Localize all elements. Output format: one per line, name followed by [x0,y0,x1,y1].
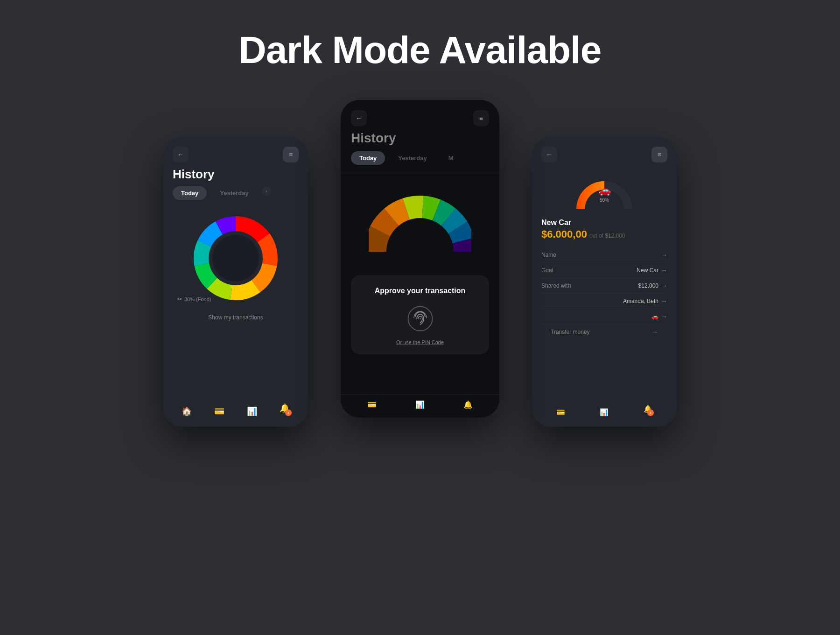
progress-label: 50% [598,198,611,203]
approve-title: Approve your transaction [360,287,480,295]
left-nav-bell[interactable]: 🔔 1 [280,403,290,420]
car-icon: 🚗 [598,184,611,197]
right-semicircle-area: 🚗 50% [532,167,677,216]
left-nav-chart[interactable]: 📊 [247,406,257,416]
left-tab-yesterday[interactable]: Yesterday [211,186,257,200]
right-notification-badge: 1 [647,409,654,416]
amanda-row: Amanda, Beth → [541,294,667,309]
left-tabs-row: Today Yesterday › [163,186,308,207]
left-history-title: History [163,167,308,186]
left-caret-icon: › [262,186,271,196]
fingerprint-icon [406,304,434,332]
left-back-button[interactable]: ← [173,147,189,162]
transfer-arrow: → [651,328,658,336]
center-phone-header: ← ≡ [341,100,499,131]
amanda-arrow: → [661,297,667,305]
name-arrow: → [661,251,667,259]
car-icon-row: 🚗 → [541,309,667,325]
center-tab-today[interactable]: Today [351,151,385,165]
center-back-button[interactable]: ← [351,110,367,126]
pin-code-link[interactable]: Or use the PIN Code [360,339,480,345]
scissors-icon: ✂ [177,296,182,303]
show-transactions-btn[interactable]: Show my transactions [163,307,308,325]
center-tab-yesterday[interactable]: Yesterday [390,151,435,165]
semicircle-chart: 🚗 50% [574,172,635,214]
right-bottom-nav: 💳 📊 🔔 1 [532,400,677,427]
center-history-title: History [341,131,499,151]
left-bottom-nav: 🏠 💳 📊 🔔 1 [163,398,308,427]
amount-label: $6.000,00 [541,228,587,240]
right-nav-chart[interactable]: 📊 [600,408,609,416]
shared-arrow: → [661,282,667,289]
center-tab-m[interactable]: M [440,151,462,165]
left-nav-home[interactable]: 🏠 [182,406,192,416]
phones-container: ← ≡ History Today Yesterday › ✂ 30% (Foo… [163,100,677,520]
left-donut-area: ✂ 30% (Food) [163,207,308,307]
right-nav-card[interactable]: 💳 [556,408,565,416]
center-donut-area [341,172,499,275]
food-label: ✂ 30% (Food) [177,296,211,303]
phone-right: ← ≡ 🚗 50% New Car $6.000,00 out of $12.0… [532,137,677,427]
center-nav-bell[interactable]: 🔔 [463,400,473,409]
shared-row: Shared with $12.000 → [541,278,667,294]
info-rows: Name → Goal New Car → Shared with $12.00… [532,247,677,339]
right-phone-header: ← ≡ [532,137,677,167]
left-donut-chart [189,212,282,305]
phone-left: ← ≡ History Today Yesterday › ✂ 30% (Foo… [163,137,308,427]
center-nav-card[interactable]: 💳 [367,400,377,409]
page-title: Dark Mode Available [239,28,602,72]
right-menu-button[interactable]: ≡ [651,147,667,162]
right-nav-bell[interactable]: 🔔 1 [644,405,652,420]
approve-card: Approve your transaction Or use the PIN … [351,275,489,354]
out-of-label: out of $12.000 [589,233,625,239]
center-tabs-row: Today Yesterday M [341,151,499,172]
left-nav-card[interactable]: 💳 [214,406,224,416]
center-nav-chart[interactable]: 📊 [415,400,425,409]
phone-center: ← ≡ History Today Yesterday M Approve yo… [341,100,499,417]
car-savings-info: New Car $6.000,00 out of $12.000 [532,216,677,247]
center-menu-button[interactable]: ≡ [473,110,489,126]
left-menu-button[interactable]: ≡ [283,147,299,162]
left-tab-today[interactable]: Today [173,186,207,200]
left-phone-header: ← ≡ [163,137,308,167]
car-icon-container: 🚗 50% [598,184,611,203]
goal-arrow: → [661,267,667,274]
amount-row: $6.000,00 out of $12.000 [541,228,667,240]
car-row-arrow: → [661,313,667,320]
goal-row: Goal New Car → [541,263,667,278]
transfer-row: Transfer money → [541,325,667,339]
new-car-label: New Car [541,219,667,227]
name-row: Name → [541,247,667,263]
left-notification-badge: 1 [285,409,292,416]
center-donut-chart [369,182,471,266]
right-back-button[interactable]: ← [541,147,557,162]
center-bottom-nav: 💳 📊 🔔 [341,394,499,417]
